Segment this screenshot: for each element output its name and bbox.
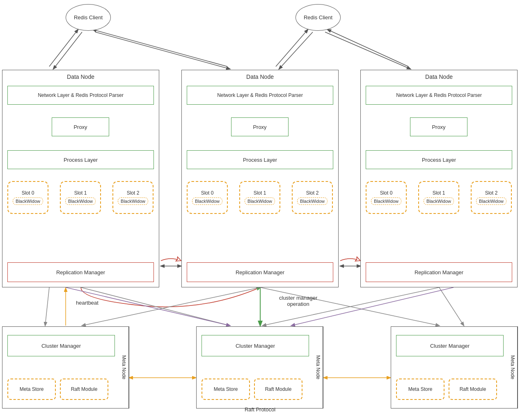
meta-node-2: Meta Node Cluster Manager Meta Store Raf… [196,326,323,409]
svg-line-7 [328,30,408,67]
blackwidow-2-1: BlackWidow [118,197,148,205]
data-node-3: Data Node Network Layer & Redis Protocol… [360,70,518,287]
svg-line-39 [439,287,464,326]
svg-line-0 [53,32,82,69]
cluster-manager-operation-label: cluster manageroperation [279,295,317,307]
blackwidow-0-2: BlackWidow [192,197,222,205]
network-layer-3: Network Layer & Redis Protocol Parser [366,86,512,105]
svg-line-1 [49,30,78,67]
replication-manager-3: Replication Manager [366,262,512,282]
raft-protocol-label: Raft Protocol [205,406,315,413]
proxy-3: Proxy [410,117,467,136]
raft-module-2: Raft Module [254,379,302,400]
process-layer-2: Process Layer [187,150,333,169]
network-layer-1: Network Layer & Redis Protocol Parser [7,86,154,105]
svg-line-4 [279,32,313,69]
slot-1-2: Slot 1 BlackWidow [239,181,280,214]
process-layer-3: Process Layer [366,150,512,169]
meta-store-2: Meta Store [202,379,250,400]
process-layer-1: Process Layer [7,150,154,169]
svg-line-37 [45,287,49,326]
network-layer-2: Network Layer & Redis Protocol Parser [187,86,333,105]
meta-store-1: Meta Store [7,379,56,400]
meta-node-2-label: Meta Node [314,327,323,408]
data-node-2: Data Node Network Layer & Redis Protocol… [181,70,339,287]
raft-module-1: Raft Module [60,379,108,400]
slot-2-3: Slot 2 BlackWidow [471,181,512,214]
svg-line-44 [66,287,230,326]
data-node-1-title: Data Node [2,73,159,80]
slot-0-3: Slot 0 BlackWidow [366,181,407,214]
blackwidow-1-1: BlackWidow [65,197,96,205]
diagram: Redis Client Redis Client Data Node Netw… [0,0,520,420]
proxy-2: Proxy [231,117,289,136]
blackwidow-1-2: BlackWidow [245,197,275,205]
svg-line-5 [276,30,308,67]
svg-line-2 [95,32,230,69]
proxy-1: Proxy [52,117,109,136]
meta-node-3: Meta Node Cluster Manager Meta Store Raf… [391,326,518,409]
slot-1-1: Slot 1 BlackWidow [60,181,101,214]
blackwidow-2-2: BlackWidow [297,197,328,205]
svg-line-3 [93,30,227,67]
replication-manager-2: Replication Manager [187,262,333,282]
data-node-3-title: Data Node [361,73,517,80]
cluster-manager-1: Cluster Manager [7,335,115,356]
meta-node-1: Meta Node Cluster Manager Meta Store Raf… [2,326,129,409]
blackwidow-1-3: BlackWidow [424,197,454,205]
meta-node-3-label: Meta Node [509,327,518,408]
redis-client-1: Redis Client [66,4,111,31]
meta-store-3: Meta Store [396,379,444,400]
replication-manager-1: Replication Manager [7,262,154,282]
blackwidow-0-3: BlackWidow [371,197,401,205]
meta-node-1-label: Meta Node [120,327,129,408]
svg-line-6 [325,32,410,69]
svg-line-41 [82,287,260,326]
slot-0-2: Slot 0 BlackWidow [187,181,228,214]
svg-line-40 [81,287,230,326]
redis-client-2: Redis Client [296,4,341,31]
cluster-manager-2: Cluster Manager [202,335,309,356]
slot-2-1: Slot 2 BlackWidow [112,181,153,214]
blackwidow-2-3: BlackWidow [476,197,506,205]
data-node-2-title: Data Node [182,73,338,80]
slot-1-3: Slot 1 BlackWidow [418,181,459,214]
blackwidow-0-1: BlackWidow [13,197,43,205]
cluster-manager-3: Cluster Manager [396,335,504,356]
raft-module-3: Raft Module [449,379,497,400]
slot-0-1: Slot 0 BlackWidow [7,181,48,214]
heartbeat-label: heartbeat [76,300,99,306]
data-node-1: Data Node Network Layer & Redis Protocol… [2,70,159,287]
slot-2-2: Slot 2 BlackWidow [292,181,333,214]
